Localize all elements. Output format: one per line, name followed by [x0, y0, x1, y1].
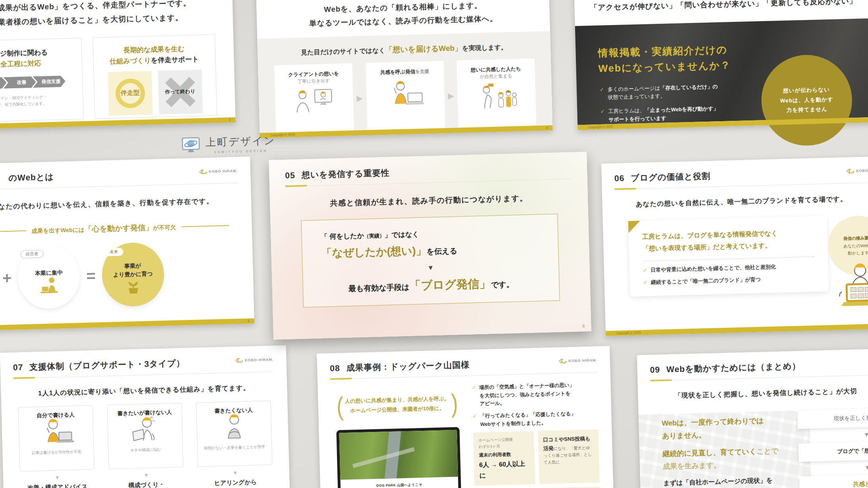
support-type-column: 書きたくない人 時間がない・文章を書くことが苦手 ▼ ヒアリングから代筆まで	[196, 401, 273, 488]
fish-logo-icon	[235, 358, 243, 364]
page-number: 2	[229, 118, 231, 122]
kobo-logo-text: KOBO HIRAM.	[209, 169, 238, 174]
slide-thumbnail-02[interactable]: は「成果が出るWeb」をつくる、伴走型パートナーです。 事業者様の想いを届けるこ…	[0, 0, 236, 130]
future-circle: 未来 事業がより豊かに育つ	[101, 242, 165, 307]
interview-illustration	[294, 88, 335, 114]
arrow-down-icon: ▼	[799, 462, 868, 473]
slide-title: 想いを発信する重要性	[301, 168, 389, 180]
check-icon: ✓	[473, 412, 477, 429]
crowd-illustration	[474, 83, 519, 111]
slide-number: 06	[614, 173, 625, 183]
slide-title: 成果事例：ドッグパーク山国様	[346, 360, 470, 372]
summary-point: 継続的に見直し、育てていくことで成果を生みます。	[663, 444, 798, 473]
slide-number: 09	[650, 365, 660, 374]
slide-thumbnail-06-selected[interactable]: 05想いを発信する重要性 共感と信頼が生まれ、読み手の行動につながります。 「 …	[269, 152, 591, 340]
card-title: ージ制作に関わる	[0, 48, 48, 58]
slide-number: 07	[13, 362, 23, 372]
check-item: ✓ 場所の「空気感」と「オーナー様の思い」を大切にしつつ、強みとなるポイントをア…	[472, 380, 598, 408]
stat-card: 自然検索からのアクセス数も大幅に伸び、 遠方からの来園も 増加	[539, 487, 601, 488]
slide06-subtitle: 共感と信頼が生まれ、読み手の行動につながります。	[270, 192, 588, 210]
copyright: Copyright © 2025	[616, 331, 641, 335]
slide05-body: なたの代わりに想いを伝え、信頼を築き、行動を促す存在です。	[0, 196, 251, 212]
one-off-box: 作って終わり	[158, 70, 203, 114]
arrow-right-icon: ▶	[448, 91, 454, 101]
slide-title: のWebとは	[8, 171, 54, 184]
card-title-gold: 全工程に対応	[0, 60, 41, 68]
dark-photo-section: 情報掲載・実績紹介だけの Webになっていませんか？ ✓ 多くのホームページは「…	[575, 18, 868, 125]
scope-card: ージ制作に関わる 全工程に対応 改善 発信支援 ザイン・SEOライティング・ で…	[0, 38, 83, 122]
slide10-subtitle: 「現状を正しく把握し、想いを発信し続けること」が大切	[674, 385, 868, 400]
plant-icon	[124, 278, 142, 294]
reluctant-writer-illustration	[216, 414, 252, 441]
page-number: 6	[582, 323, 585, 328]
kobo-hiram-logo: KOBO HIRAM.	[558, 357, 597, 364]
slide-number: 08	[330, 363, 340, 373]
check-icon: ✓	[600, 85, 604, 102]
box-label: 伴走型	[120, 89, 140, 97]
band-title: 見た目だけのサイトではなく「想いを届けるWeb」を実現します。	[258, 41, 550, 58]
slide-title: Webを動かすためには（まとめ）	[666, 361, 801, 374]
slide-thumbnail-08[interactable]: 07支援体制（ブログサポート・3タイプ） KOBO HIRAM. 1人1人の状況…	[0, 345, 291, 488]
slide-number: 05	[285, 170, 295, 180]
slide-thumbnail-05[interactable]: のWebとは KOBO HIRAM. なたの代わりに想いを伝え、信頼を築き、行動…	[0, 157, 254, 331]
arrow-right-icon: ▶	[356, 93, 363, 103]
website-title: DOG PARK 山国へようこそ	[344, 482, 455, 488]
kobo-hiram-logo: KOBO HIRAM.	[199, 168, 238, 175]
page-number: 3	[546, 126, 548, 130]
fish-logo-icon	[199, 169, 207, 175]
key-message-box: 「 何をしたか（実績）」ではなく 「なぜしたか(想い)」を伝える ▼ 最も有効な…	[301, 214, 560, 308]
check-icon: ✓	[472, 383, 477, 408]
step-card: 想いに共感した人たち が自然と集まる	[457, 58, 537, 130]
website-laptop-mockup: DOG PARK 山国へようこそ	[336, 427, 462, 488]
slide07-subtitle: あなたの想いを自然に伝え、唯一無二のブランドを育てる場です。	[636, 193, 868, 209]
blogger-illustration	[834, 263, 868, 308]
paren-left: (	[334, 382, 345, 430]
plus-sign: +	[2, 269, 12, 287]
support-type-column: 自分で書ける人 記事は書けるが方向性が不安 ▼ 改善・構成アドバイス	[18, 405, 95, 488]
gold-dash	[182, 225, 229, 227]
arrow-down-icon: ▼	[198, 469, 273, 477]
chevron-step: 発信支援	[33, 76, 66, 88]
box-label: 作って終わり	[165, 88, 196, 96]
summary-point: Webは、一度作って終わりではありません。	[662, 414, 798, 442]
owner-circle: 経営者 本業に集中	[17, 244, 81, 309]
title-divider	[650, 374, 868, 381]
support-type-column: 書きたいが書けない人 ネタや構成に悩む ▼ 構成づくり・テーマ提案の伴走	[107, 403, 184, 488]
aerial-photo	[339, 430, 458, 480]
monitor-globe-icon	[182, 137, 201, 154]
slide-thumbnail-09[interactable]: 08成果事例：ドッグパーク山国様 KOBO HIRAM. ( 人の想いに共感が集…	[317, 346, 614, 488]
kobo-logo-text: KOBO HIRAM.	[568, 358, 597, 363]
slide-thumbnail-07[interactable]: 06ブログの価値と役割 KOBO HIRAM. あなたの想いを自然に伝え、唯一無…	[601, 156, 868, 336]
slide-footer-bar: Copyright © 2025 5	[0, 318, 254, 331]
logo-name: 上町デザイン	[205, 134, 276, 149]
title-divider	[615, 182, 868, 190]
gray-band: 見た目だけのサイトではなく「想いを届けるWeb」を実現します。 クライアントの想…	[257, 31, 552, 133]
card-title-gold: 長期的な成果を生む	[123, 45, 185, 54]
person-desk-icon	[39, 277, 60, 294]
slide-thumbnail-03[interactable]: Webを、あなたの「頼れる相棒」にします。 単なるツールではなく、読み手の行動を…	[256, 0, 553, 138]
check-item: ✓ 継続することで「唯一無二のブランド」が育つ	[643, 274, 815, 287]
writer-illustration	[38, 418, 74, 445]
slide-title: 支援体制（ブログサポート・3タイプ）	[29, 358, 185, 372]
check-item: ✓ 「行ってみたくなる」「応援したくなる」Webサイトを制作しました。	[473, 409, 598, 428]
kobo-hiram-logo: KOBO HIRAM.	[846, 167, 868, 174]
step-card: 共感を呼ぶ発信を支援	[366, 61, 446, 133]
slide-thumbnail-04[interactable]: 「アクセスが伸びない」「問い合わせが来ない」「更新しても反応がない」 情報掲載・…	[574, 0, 868, 130]
formula-caption: 成果を出すWebには「心を動かす発信」が不可欠	[0, 220, 252, 238]
step-card: クライアントの想いを 丁寧に引き出す	[274, 63, 354, 135]
arrow-down-icon: ▼	[798, 429, 868, 440]
slide-thumbnail-10[interactable]: 09Webを動かすためには（まとめ） 「現状を正しく把握し、想いを発信し続けるこ…	[637, 347, 868, 488]
case-quote: ( 人の想いに共感が集まり、共感が人を呼ぶ。ホームページ公開後、来園者が10倍に…	[331, 384, 463, 426]
persona-card: 書きたくない人 時間がない・文章を書くことが苦手	[196, 401, 272, 467]
persona-card: 自分で書ける人 記事は書けるが方向性が不安	[18, 405, 94, 472]
fish-logo-icon	[558, 358, 566, 364]
flow-step-box: ブログで「想いの発信」	[798, 440, 868, 462]
logo-subtitle: KAMITYOU DESIGN	[214, 149, 268, 154]
kobo-logo-text: KOBO HIRAM.	[245, 358, 274, 362]
check-icon: ✓	[643, 266, 647, 275]
broadcast-illustration	[385, 79, 426, 108]
flow-step-box: 共感と信頼	[799, 473, 868, 488]
blog-philosophy-card: 工房ヒラムは、ブログを単なる情報発信でなく 「想いを表現する場所」だと考えていま…	[628, 216, 829, 296]
fish-logo-icon	[846, 168, 854, 174]
slide03-heading: Webを、あなたの「頼れる相棒」にします。 単なるツールではなく、読み手の行動を…	[256, 0, 550, 32]
